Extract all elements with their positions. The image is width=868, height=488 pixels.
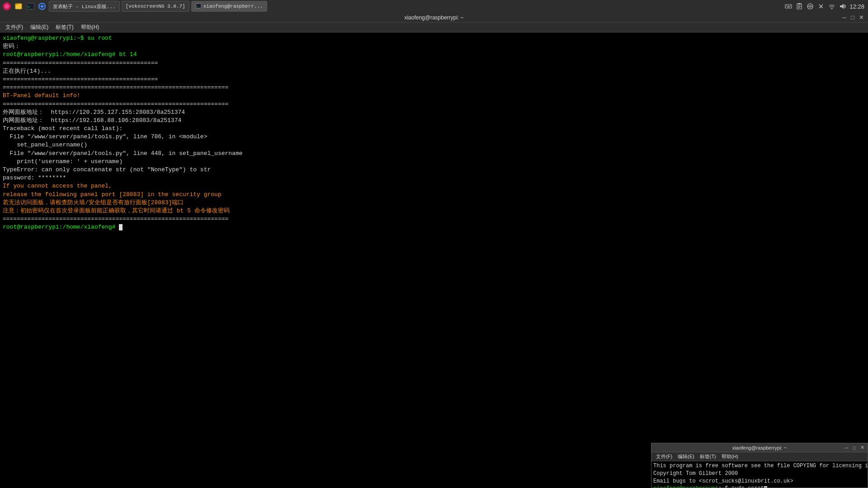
browser-icon[interactable]: [37, 1, 47, 11]
terminal-line: set_panel_username(): [3, 141, 865, 149]
menu-edit[interactable]: 编辑(E): [27, 23, 52, 32]
keyboard-icon[interactable]: [784, 2, 793, 10]
maximize-button[interactable]: □: [849, 14, 856, 21]
terminal-line: 密码：: [3, 42, 865, 51]
svg-rect-16: [787, 7, 790, 8]
main-terminal-controls: ─ □ ✕: [841, 13, 865, 22]
svg-rect-3: [15, 4, 18, 5]
menu-file[interactable]: 文件(F): [2, 23, 27, 32]
svg-rect-13: [786, 5, 787, 6]
small-menu-tab[interactable]: 标签(T): [697, 452, 719, 461]
small-terminal-title: xiaofeng@raspberrypi: ~: [732, 445, 787, 450]
small-terminal-line: Copyright Tom Gilbert 2000: [653, 470, 866, 478]
terminal-icon[interactable]: >_: [25, 1, 35, 11]
svg-rect-18: [798, 3, 801, 5]
taskbar-right: 12:28: [784, 2, 868, 10]
menu-help[interactable]: 帮助(H): [77, 23, 103, 32]
terminal-line: xiaofeng@raspberrypi:~$ su root: [3, 34, 865, 42]
terminal-line: 内网面板地址： https://192.168.88.106:28083/8a2…: [3, 117, 865, 125]
small-menu-edit[interactable]: 编辑(E): [675, 452, 697, 461]
app2-label: [vokoscreenNG 3.0.7]: [126, 4, 185, 9]
terminal-line: 注意：初始密码仅在首次登录面板前能正确获取，其它时间请通过 bt 5 命令修改密…: [3, 207, 865, 215]
main-terminal-title: xiaofeng@raspberrypi: ~: [404, 14, 463, 21]
minimize-button[interactable]: ─: [841, 14, 848, 21]
terminal-line: 正在执行(14)...: [3, 67, 865, 75]
menu-tab[interactable]: 标签(T): [52, 23, 77, 32]
volume-icon[interactable]: [839, 2, 847, 10]
terminal-line: root@raspberrypi:/home/xiaofeng# bt 14: [3, 51, 865, 59]
small-terminal-line: Email bugs to <scrot_sucks@linuxbrit.co.…: [653, 478, 866, 485]
terminal-line: Traceback (most recent call last):: [3, 125, 865, 133]
terminal-line: ========================================…: [3, 215, 865, 223]
wifi-icon[interactable]: [828, 2, 836, 10]
svg-marker-25: [840, 4, 844, 9]
files-icon[interactable]: [14, 1, 24, 11]
terminal-line: 若无法访问面板，请检查防火墙/安全组是否有放行面板[28083]端口: [3, 199, 865, 207]
os-logo[interactable]: [2, 1, 12, 11]
terminal-line: If you cannot access the panel,: [3, 182, 865, 190]
svg-rect-12: [785, 5, 792, 8]
network-icon[interactable]: [806, 2, 814, 10]
svg-rect-15: [790, 5, 791, 6]
close-button[interactable]: ✕: [858, 14, 865, 21]
terminal-line: ========================================…: [3, 75, 865, 84]
main-terminal-titlebar: xiaofeng@raspberrypi: ~ ─ □ ✕: [0, 13, 868, 23]
taskbar: >_ 发表帖子 - Linux面板... [vokoscreenNG 3.0.7…: [0, 0, 868, 13]
taskbar-app-2[interactable]: [vokoscreenNG 3.0.7]: [122, 1, 189, 12]
taskbar-app-1[interactable]: 发表帖子 - Linux面板...: [49, 1, 120, 12]
app1-label: 发表帖子 - Linux面板...: [53, 3, 116, 10]
taskbar-app-3[interactable]: >_ xiaofeng@raspberr...: [191, 1, 267, 12]
app3-label: xiaofeng@raspberr...: [203, 4, 263, 9]
terminal-line: BT-Panel default info!: [3, 92, 865, 100]
terminal-line: TypeError: can only concatenate str (not…: [3, 166, 865, 174]
small-menu-help[interactable]: 帮助(H): [719, 452, 741, 461]
small-minimize-button[interactable]: ─: [844, 445, 850, 450]
terminal-line: ========================================…: [3, 59, 865, 67]
main-terminal: xiaofeng@raspberrypi: ~ ─ □ ✕ 文件(F) 编辑(E…: [0, 13, 868, 488]
svg-rect-14: [788, 5, 789, 6]
terminal-line: File "/www/server/panel/tools.py", line …: [3, 133, 865, 141]
terminal-content[interactable]: xiaofeng@raspberrypi:~$ su root 密码： root…: [0, 33, 868, 488]
small-terminal-line: This program is free software see the fi…: [653, 462, 866, 470]
bluetooth-icon[interactable]: [817, 2, 825, 10]
terminal-line: release the following panel port [28083]…: [3, 191, 865, 199]
terminal-line: 外网面板地址： https://120.235.127.155:28083/8a…: [3, 108, 865, 117]
terminal-line: password: ********: [3, 174, 865, 182]
small-menu-bar: 文件(F) 编辑(E) 标签(T) 帮助(H): [651, 452, 868, 461]
main-menu-bar: 文件(F) 编辑(E) 标签(T) 帮助(H): [0, 23, 868, 33]
small-menu-file[interactable]: 文件(F): [653, 452, 675, 461]
clock: 12:28: [849, 3, 864, 10]
terminal-line: ========================================…: [3, 100, 865, 108]
svg-point-1: [5, 4, 9, 9]
terminal-small-icon: >_: [195, 3, 202, 9]
small-terminal: xiaofeng@raspberrypi: ~ ─ □ ✕ 文件(F) 编辑(E…: [651, 443, 868, 488]
small-maximize-button[interactable]: □: [851, 445, 857, 450]
clipboard-icon[interactable]: [795, 2, 803, 10]
svg-point-24: [832, 9, 833, 10]
terminal-line: ========================================…: [3, 84, 865, 92]
svg-text:>_: >_: [196, 5, 200, 8]
small-terminal-controls: ─ □ ✕: [844, 443, 866, 452]
small-terminal-prompt: xiaofeng@raspberrypi:~$ sudo scrot: [653, 485, 866, 488]
small-terminal-content[interactable]: This program is free software see the fi…: [651, 461, 868, 488]
small-close-button[interactable]: ✕: [859, 445, 866, 450]
terminal-line: print('username: ' + username): [3, 158, 865, 166]
taskbar-left: >_ 发表帖子 - Linux面板... [vokoscreenNG 3.0.7…: [0, 1, 267, 12]
svg-text:>_: >_: [28, 5, 32, 9]
terminal-prompt: root@raspberrypi:/home/xiaofeng#: [3, 223, 865, 231]
terminal-line: File "/www/server/panel/tools.py", line …: [3, 150, 865, 158]
small-terminal-titlebar: xiaofeng@raspberrypi: ~ ─ □ ✕: [651, 443, 868, 452]
